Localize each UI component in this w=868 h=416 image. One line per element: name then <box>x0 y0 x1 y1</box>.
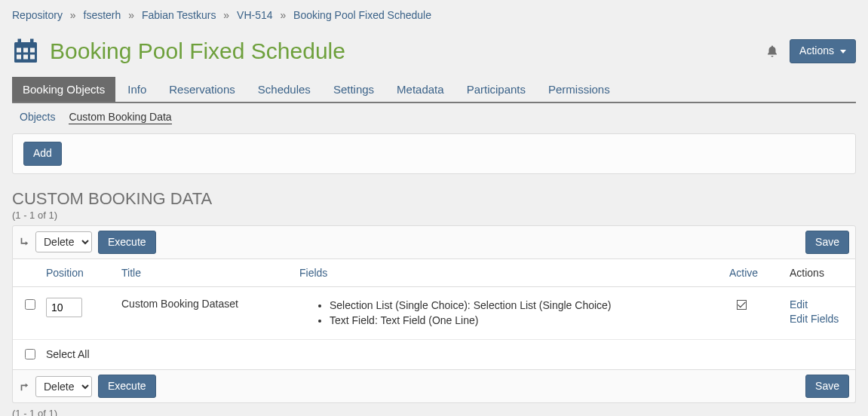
breadcrumb-link[interactable]: Fabian Testkurs <box>142 9 216 21</box>
col-active[interactable]: Active <box>723 267 784 279</box>
col-position[interactable]: Position <box>40 267 115 279</box>
add-button[interactable]: Add <box>23 142 62 166</box>
breadcrumb: Repository » fsesterh » Fabian Testkurs … <box>12 6 856 32</box>
tab-info[interactable]: Info <box>117 77 157 102</box>
breadcrumb-sep: » <box>124 9 139 21</box>
breadcrumb-link[interactable]: fsesterh <box>84 9 121 21</box>
svg-rect-7 <box>23 55 28 60</box>
svg-rect-2 <box>30 39 34 45</box>
subtab-custom-booking-data[interactable]: Custom Booking Data <box>69 111 171 124</box>
tab-participants[interactable]: Participants <box>456 77 536 102</box>
save-button-bottom[interactable]: Save <box>805 375 849 399</box>
row-fields: Selection List (Single Choice): Selectio… <box>299 298 717 329</box>
tab-reservations[interactable]: Reservations <box>158 77 246 102</box>
bulk-action-select-bottom[interactable]: Delete <box>35 376 92 397</box>
field-item: Selection List (Single Choice): Selectio… <box>330 298 717 313</box>
bell-icon[interactable] <box>765 44 779 58</box>
sub-tabs: Objects Custom Booking Data <box>12 103 856 133</box>
table-header: Position Title Fields Active Actions <box>13 259 855 287</box>
col-title[interactable]: Title <box>115 267 293 279</box>
svg-rect-8 <box>30 55 35 60</box>
tab-booking-objects[interactable]: Booking Objects <box>12 77 115 102</box>
action-bar-top: Delete Execute Save <box>12 225 856 260</box>
row-title: Custom Booking Dataset <box>115 298 293 310</box>
add-panel: Add <box>12 133 856 174</box>
section-title: CUSTOM BOOKING DATA <box>12 189 856 209</box>
bulk-arrow-icon <box>19 381 29 392</box>
bulk-arrow-icon <box>19 237 29 247</box>
position-input[interactable] <box>46 298 82 317</box>
active-check-icon <box>737 300 747 310</box>
svg-rect-4 <box>23 48 28 53</box>
caret-down-icon <box>840 50 846 54</box>
edit-link[interactable]: Edit <box>790 298 849 312</box>
save-button-top[interactable]: Save <box>805 231 849 255</box>
select-all-label: Select All <box>40 348 855 360</box>
svg-rect-6 <box>17 55 21 60</box>
table-footer: Select All <box>13 340 855 370</box>
table-row: Custom Booking Dataset Selection List (S… <box>13 287 855 340</box>
breadcrumb-link[interactable]: Booking Pool Fixed Schedule <box>293 9 431 21</box>
custom-booking-table: Position Title Fields Active Actions Cus… <box>12 259 856 370</box>
actions-label: Actions <box>799 44 834 59</box>
breadcrumb-link[interactable]: Repository <box>12 9 63 21</box>
svg-rect-3 <box>17 48 21 53</box>
range-label-bottom: (1 - 1 of 1) <box>12 408 856 416</box>
edit-fields-link[interactable]: Edit Fields <box>790 312 849 326</box>
row-checkbox[interactable] <box>25 299 35 310</box>
tab-metadata[interactable]: Metadata <box>386 77 455 102</box>
tab-schedules[interactable]: Schedules <box>247 77 321 102</box>
svg-rect-5 <box>30 48 35 53</box>
field-item: Text Field: Text Field (One Line) <box>330 313 717 328</box>
execute-button-top[interactable]: Execute <box>98 231 156 255</box>
tab-permissions[interactable]: Permissions <box>538 77 621 102</box>
execute-button-bottom[interactable]: Execute <box>98 375 156 399</box>
page-title: Booking Pool Fixed Schedule <box>50 38 345 64</box>
breadcrumb-sep: » <box>66 9 81 21</box>
svg-rect-1 <box>18 39 22 45</box>
breadcrumb-sep: » <box>275 9 290 21</box>
tab-settings[interactable]: Settings <box>323 77 385 102</box>
breadcrumb-link[interactable]: VH-514 <box>237 9 272 21</box>
breadcrumb-sep: » <box>219 9 234 21</box>
subtab-objects[interactable]: Objects <box>20 111 55 124</box>
actions-dropdown-button[interactable]: Actions <box>790 39 856 63</box>
calendar-icon <box>12 38 39 65</box>
select-all-checkbox[interactable] <box>25 349 35 359</box>
main-tabs: Booking Objects Info Reservations Schedu… <box>12 77 856 103</box>
action-bar-bottom: Delete Execute Save <box>12 370 856 404</box>
col-fields[interactable]: Fields <box>293 267 723 279</box>
bulk-action-select-top[interactable]: Delete <box>35 231 92 252</box>
range-label-top: (1 - 1 of 1) <box>12 210 856 221</box>
col-actions: Actions <box>784 267 855 279</box>
